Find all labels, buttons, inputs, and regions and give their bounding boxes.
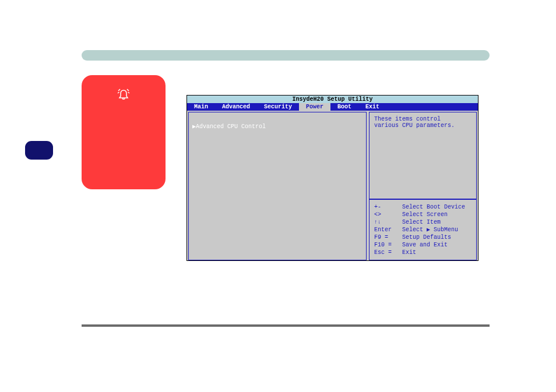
key-row: Esc =Exit [374, 249, 471, 256]
footer-divider [82, 324, 490, 327]
bios-help-box: These items control various CPU paramete… [369, 112, 477, 199]
key-row: F10 =Save and Exit [374, 241, 471, 249]
svg-line-3 [128, 92, 130, 93]
key-action: Select Item [402, 218, 441, 226]
key-label: F10 = [374, 241, 402, 249]
bios-tab-main[interactable]: Main [187, 103, 215, 111]
key-row: F9 =Setup Defaults [374, 234, 471, 241]
bios-key-reference: +-Select Boot Device <>Select Screen ↑↓S… [369, 199, 477, 260]
key-row: <>Select Screen [374, 211, 471, 218]
svg-line-0 [118, 89, 120, 91]
key-label: Esc = [374, 249, 402, 256]
page-side-tab [25, 141, 53, 160]
bios-body: ▶Advanced CPU Control These items contro… [187, 111, 478, 262]
key-action: Select Screen [402, 211, 448, 218]
key-action: Exit [402, 249, 416, 256]
key-action: Select ▶ SubMenu [402, 226, 458, 234]
bios-tab-boot[interactable]: Boot [330, 103, 358, 111]
svg-line-2 [118, 92, 119, 93]
bios-left-pane: ▶Advanced CPU Control [188, 112, 367, 260]
key-action: Save and Exit [402, 241, 448, 249]
menu-title-bar [82, 50, 490, 61]
bios-tab-advanced[interactable]: Advanced [215, 103, 257, 111]
key-label: F9 = [374, 234, 402, 241]
key-action: Select Boot Device [402, 203, 465, 211]
svg-line-1 [127, 89, 129, 91]
bios-tab-power[interactable]: Power [299, 103, 330, 111]
key-label: +- [374, 203, 402, 211]
bios-title: InsydeH20 Setup Utility [187, 96, 478, 103]
key-label: Enter [374, 226, 402, 234]
help-line: various CPU parameters. [374, 122, 471, 129]
bios-right-pane: These items control various CPU paramete… [369, 112, 477, 260]
key-row: ↑↓Select Item [374, 218, 471, 226]
warning-panel [82, 75, 166, 189]
key-label: <> [374, 211, 402, 218]
alarm-bell-icon [117, 88, 131, 102]
key-row: +-Select Boot Device [374, 203, 471, 211]
help-line: These items control [374, 116, 471, 122]
bios-menu-bar: Main Advanced Security Power Boot Exit [187, 103, 478, 111]
key-action: Setup Defaults [402, 234, 451, 241]
bios-window: InsydeH20 Setup Utility Main Advanced Se… [186, 95, 478, 261]
bios-tab-exit[interactable]: Exit [358, 103, 386, 111]
bios-tab-security[interactable]: Security [257, 103, 299, 111]
bios-item-advanced-cpu[interactable]: ▶Advanced CPU Control [192, 123, 363, 130]
key-label: ↑↓ [374, 218, 402, 226]
key-row: EnterSelect ▶ SubMenu [374, 226, 471, 234]
